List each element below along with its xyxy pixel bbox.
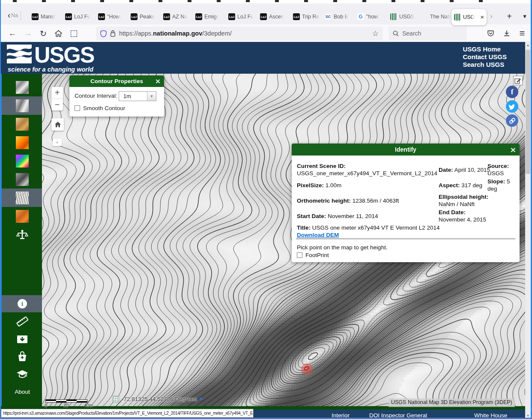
tool-download[interactable] xyxy=(2,330,43,347)
tan-terrain-thumb-icon xyxy=(16,118,29,131)
new-tab-button[interactable]: + xyxy=(503,10,516,23)
loj-favicon: LoJ xyxy=(163,13,170,20)
share-link-button[interactable] xyxy=(506,114,518,127)
smooth-contour-label: Smooth Contour xyxy=(83,105,125,111)
contour-thumb-icon xyxy=(16,192,29,204)
contour-interval-value: 1m xyxy=(119,92,147,101)
scrollbar-thumb[interactable] xyxy=(526,50,530,174)
contact-usgs-link[interactable]: Contact USGS xyxy=(463,53,507,61)
usgs-home-link[interactable]: USGS Home xyxy=(463,45,507,53)
home-button[interactable] xyxy=(52,27,65,40)
coordinate-readout[interactable]: -72.81325 44.52736 Degrees xyxy=(113,396,203,402)
scale-label-0: 0 xyxy=(45,403,47,408)
forward-button[interactable]: → xyxy=(21,27,34,40)
edit-drawing-button[interactable] xyxy=(513,76,523,85)
close-icon[interactable]: × xyxy=(155,77,160,86)
partial-tab[interactable]: Na xyxy=(11,12,18,18)
browser-tab[interactable]: LoJTrip Re xyxy=(291,9,323,24)
app-area: i xyxy=(1,74,531,408)
map-attribution: USGS National Map 3D Elevation Program (… xyxy=(389,398,515,407)
usgs-logo-text: USGS xyxy=(34,45,94,65)
layer-contour-selected[interactable] xyxy=(2,189,43,207)
lock-icon[interactable] xyxy=(110,30,116,37)
status-bar-link-preview: https://prd-tnm.s3.amazonaws.com/StagedP… xyxy=(1,409,254,418)
identify-divider xyxy=(296,239,515,239)
locate-button[interactable]: + xyxy=(53,139,62,146)
footprint-row: FootPrint xyxy=(297,251,329,259)
page-scrollbar[interactable]: ▲ ▼ xyxy=(525,42,531,419)
zoom-out-button[interactable]: − xyxy=(51,99,63,111)
usgs-site-header: USGS science for a changing world USGS H… xyxy=(1,42,531,74)
reload-button[interactable]: ↻ xyxy=(37,27,50,40)
layer-slope-orange[interactable] xyxy=(2,207,43,225)
browser-tab[interactable]: LoJLoJ Fu xyxy=(63,9,95,24)
browser-tab[interactable]: LoJPeaks xyxy=(129,9,161,24)
browser-tab[interactable]: G"howl xyxy=(356,9,387,24)
end-date-value: November 4, 2015 xyxy=(439,216,486,223)
contour-panel-header[interactable]: Contour Properties × xyxy=(69,75,164,87)
layer-color-relief[interactable] xyxy=(2,133,43,152)
pencil-icon xyxy=(514,77,521,84)
browser-tab[interactable]: LoJLoJ Fu xyxy=(227,9,258,24)
rainbow-thumb-icon xyxy=(16,155,29,168)
twitter-icon xyxy=(508,104,516,110)
tool-add-data[interactable] xyxy=(2,347,43,365)
search-usgs-link[interactable]: Search USGS xyxy=(463,61,507,69)
layer-hillshade-1[interactable] xyxy=(2,78,43,96)
browser-tab[interactable]: LoJMansf xyxy=(30,9,62,24)
usgs-favicon xyxy=(390,13,397,20)
tool-education[interactable] xyxy=(2,365,43,383)
browser-tab[interactable]: SCBob B xyxy=(323,9,355,24)
url-bar[interactable]: https://apps.nationalmap.gov/3depdem/ ☆ xyxy=(96,27,383,40)
search-box[interactable]: Search xyxy=(389,27,467,40)
browser-tab[interactable]: The Natio xyxy=(419,9,451,24)
scene-id-value: USGS_one_meter_x67y494_VT_E_Vermont_L2_2… xyxy=(297,170,437,177)
download-icon xyxy=(17,334,28,344)
chevron-down-icon[interactable]: ▾ xyxy=(147,92,156,101)
browser-tab[interactable]: LoJAscen xyxy=(258,9,290,24)
identify-panel-header[interactable]: Identify × xyxy=(292,144,520,156)
bookmark-star-icon[interactable]: ☆ xyxy=(372,29,379,38)
browser-tab[interactable]: LoJEmigr xyxy=(194,9,225,24)
ellipsoidal-height-label: Ellipsoidal height: xyxy=(439,193,488,201)
layer-rainbow-elevation[interactable] xyxy=(2,152,43,170)
shield-icon[interactable] xyxy=(100,30,107,37)
footprint-checkbox[interactable] xyxy=(297,252,302,258)
browser-tab[interactable]: LoJAZ Na xyxy=(161,9,193,24)
back-button[interactable]: ← xyxy=(6,27,19,40)
menu-icon[interactable]: ≡ xyxy=(516,27,529,40)
home-extent-button[interactable] xyxy=(51,118,64,131)
title-field: Title: USGS one meter x67y494 VT E Vermo… xyxy=(297,224,439,231)
smooth-contour-checkbox[interactable] xyxy=(75,105,80,111)
list-all-tabs-icon[interactable]: ▾ xyxy=(519,10,530,23)
layer-hillshade-2-selected[interactable] xyxy=(2,96,43,115)
loj-favicon: LoJ xyxy=(98,13,105,20)
layer-tan-terrain[interactable] xyxy=(2,115,43,133)
browser-tab[interactable]: USGS xyxy=(389,9,420,24)
contour-interval-select[interactable]: 1m ▾ xyxy=(119,91,156,101)
download-dem-link[interactable]: Download DEM xyxy=(297,231,339,239)
usgs-tagline: science for a changing world xyxy=(8,66,93,73)
layer-compare[interactable] xyxy=(2,225,43,244)
tab-overflow-icon[interactable]: › xyxy=(490,12,493,21)
layer-dark-hillshade[interactable] xyxy=(2,170,43,189)
tab-label: Peaks xyxy=(140,14,155,20)
pocket-icon[interactable] xyxy=(484,27,497,40)
active-tab[interactable]: USG × xyxy=(451,9,487,25)
tool-measure[interactable] xyxy=(2,312,43,330)
map-viewport[interactable]: + − + Contour Properties × Contour Inter… xyxy=(42,74,525,408)
about-link[interactable]: About xyxy=(2,385,43,398)
tab-label: The Natio xyxy=(430,14,451,20)
close-tab-icon[interactable]: × xyxy=(480,14,484,20)
screenshot-button[interactable] xyxy=(67,27,80,40)
facebook-button[interactable]: f xyxy=(506,86,518,98)
downloads-icon[interactable] xyxy=(500,27,513,40)
close-icon[interactable]: × xyxy=(511,145,516,155)
zoom-in-button[interactable]: + xyxy=(51,87,63,99)
loj-favicon: LoJ xyxy=(228,13,235,20)
browser-tab[interactable]: LoJ"Howl xyxy=(96,9,128,24)
scroll-up-icon[interactable]: ▲ xyxy=(525,42,531,48)
usgs-logo[interactable]: USGS xyxy=(7,45,94,65)
tool-identify-selected[interactable]: i xyxy=(2,295,43,312)
twitter-button[interactable] xyxy=(506,100,518,113)
